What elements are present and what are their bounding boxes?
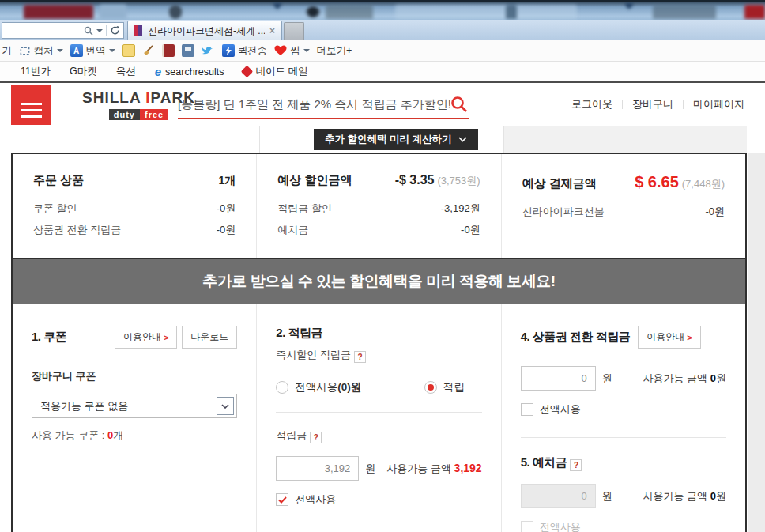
save-icon[interactable] — [182, 44, 194, 57]
blurred-tab — [395, 5, 577, 19]
discount-title: 예상 할인금액 — [277, 173, 352, 188]
wish-caret-icon[interactable] — [303, 49, 310, 52]
points-use-all-checkbox[interactable]: 전액사용 — [276, 492, 481, 507]
toolbar-fragment: 기 — [2, 44, 12, 58]
tab-title: 신라아이파크면세점-세계 ... — [148, 25, 265, 38]
translate-button[interactable]: A 번역 — [70, 44, 115, 58]
content-strip: 추가 할인혜택 미리 계산하기 — [0, 126, 765, 153]
select-arrow-icon[interactable] — [217, 397, 234, 415]
address-bar[interactable] — [2, 22, 124, 39]
bookmark-searchresults[interactable]: e searchresults — [155, 66, 224, 77]
chevron-down-icon — [458, 137, 467, 142]
coupon-guide-button[interactable]: 이용안내> — [115, 326, 177, 349]
deposit-use-all-checkbox: 전액사용 — [521, 520, 726, 532]
menu-button[interactable] — [11, 85, 51, 125]
radio-use-all[interactable]: 전액사용(0)원 — [276, 380, 361, 394]
tab-close-icon[interactable]: × — [269, 25, 275, 36]
coupon-title: 1. 쿠폰 — [32, 330, 66, 345]
translate-icon: A — [70, 44, 83, 57]
twitter-icon[interactable] — [202, 45, 215, 56]
translate-caret-icon[interactable] — [109, 49, 115, 52]
coupon-select[interactable]: 적용가능 쿠폰 없음 — [32, 394, 237, 418]
giftcard-available: 사용가능 금액 0원 — [643, 372, 726, 386]
points-section: 2. 적립금 즉시할인 적립금? 전액사용(0)원 적립 적립금 — [256, 304, 500, 532]
column-divider — [259, 126, 260, 153]
search-box — [178, 91, 469, 119]
browser-tab-active[interactable]: 신라아이파크면세점-세계 ... × — [127, 21, 282, 40]
giftcard-title: 4. 상품권 전환 적립금 — [521, 330, 631, 345]
order-count: 1개 — [219, 174, 236, 188]
capture-icon — [19, 45, 31, 57]
summary-row: 쿠폰 할인 -0원 — [33, 202, 236, 216]
memo-icon[interactable] — [122, 44, 135, 57]
bookmark-nate-mail[interactable]: 네이트 메일 — [243, 65, 307, 78]
checkbox-icon — [276, 493, 288, 506]
order-title: 주문 상품 — [33, 173, 84, 188]
blurred-tab — [326, 5, 373, 19]
browser-tab-stub[interactable] — [284, 22, 304, 40]
search-submit-icon[interactable] — [450, 95, 469, 114]
search-options-caret[interactable] — [96, 29, 103, 32]
book-icon[interactable] — [162, 44, 175, 57]
browser-tab-strip[interactable] — [0, 0, 765, 20]
search-icon[interactable] — [84, 26, 93, 36]
heart-icon — [274, 45, 287, 56]
blurred-tab — [744, 5, 765, 19]
radio-icon — [424, 381, 437, 394]
refresh-icon[interactable] — [110, 25, 120, 36]
summary-row: 예치금 -0원 — [277, 223, 480, 237]
divider — [276, 412, 481, 413]
coupon-download-button[interactable]: 다운로드 — [182, 326, 237, 349]
site-header: SHILLA IPARK dutyfree 로그아웃 장바구니 마이페이지 — [0, 83, 765, 126]
discount-krw: (3,753원) — [437, 175, 480, 187]
broom-icon[interactable] — [142, 44, 155, 57]
site-favicon — [134, 25, 143, 36]
points-label: 적립금? — [276, 428, 481, 443]
divider — [106, 25, 107, 36]
banner-text: 추가로 받으실 수 있는 할인혜택을 미리 적용해 보세요! — [202, 271, 555, 292]
screen: 신라아이파크면세점-세계 ... × 기 캡처 A 번역 퀵전송 찜 — [0, 0, 765, 532]
payment-usd: $ 6.65 — [635, 173, 679, 191]
payment-krw: (7,448원) — [682, 178, 725, 190]
cart-coupon-label: 장바구니 쿠폰 — [32, 369, 237, 383]
capture-button[interactable]: 캡처 — [19, 44, 63, 58]
wish-button[interactable]: 찜 — [274, 44, 310, 58]
benefit-banner: 추가로 받으실 수 있는 할인혜택을 미리 적용해 보세요! — [13, 259, 745, 304]
bookmark-auction[interactable]: 옥션 — [116, 65, 136, 78]
radio-save[interactable]: 적립 — [424, 380, 465, 394]
search-input[interactable] — [178, 98, 450, 111]
coupon-section: 1. 쿠폰 이용안내> 다운로드 장바구니 쿠폰 적용가능 쿠폰 없음 사용 가… — [13, 304, 256, 532]
summary-row: 신라아이파크선불 -0원 — [522, 205, 725, 219]
discount-usd: -$ 3.35 — [395, 173, 435, 187]
capture-caret-icon[interactable] — [57, 49, 63, 52]
deposit-available: 사용가능 금액 0원 — [643, 489, 726, 504]
quick-send-button[interactable]: 퀵전송 — [222, 44, 268, 58]
points-amount-input[interactable] — [276, 456, 359, 481]
deposit-title: 5. 예치금? — [521, 455, 726, 471]
mypage-link[interactable]: 마이페이지 — [684, 97, 754, 111]
benefit-sections: 1. 쿠폰 이용안내> 다운로드 장바구니 쿠폰 적용가능 쿠폰 없음 사용 가… — [13, 304, 745, 532]
deposit-amount-input — [521, 484, 596, 508]
giftcard-guide-button[interactable]: 이용안내> — [638, 326, 700, 349]
bookmark-gmarket[interactable]: G마켓 — [70, 65, 97, 78]
help-icon[interactable]: ? — [354, 351, 366, 363]
coupon-available-note: 사용 가능 쿠폰 : 0개 — [32, 428, 237, 443]
blurred-tab — [100, 5, 126, 19]
divider — [521, 437, 726, 438]
more-button[interactable]: 더보기+ — [317, 44, 352, 58]
checkbox-icon — [521, 403, 533, 416]
blurred-tabs — [0, 2, 765, 20]
cart-link[interactable]: 장바구니 — [623, 97, 683, 111]
giftcard-amount-input[interactable] — [521, 366, 596, 391]
help-icon[interactable]: ? — [310, 432, 322, 443]
calc-benefits-button[interactable]: 추가 할인혜택 미리 계산하기 — [314, 129, 478, 150]
radio-icon — [276, 381, 288, 394]
help-icon[interactable]: ? — [570, 459, 582, 471]
logout-link[interactable]: 로그아웃 — [562, 97, 622, 111]
page-gutter — [748, 153, 765, 532]
payment-title: 예상 결제금액 — [522, 176, 597, 191]
giftcard-deposit-section: 4. 상품권 전환 적립금 이용안내> 원 사용가능 금액 0원 전액사용 5.… — [501, 304, 745, 532]
bookmark-11st[interactable]: 11번가 — [21, 65, 51, 78]
giftcard-use-all-checkbox[interactable]: 전액사용 — [521, 402, 726, 417]
points-title: 2. 적립금 — [276, 326, 481, 341]
